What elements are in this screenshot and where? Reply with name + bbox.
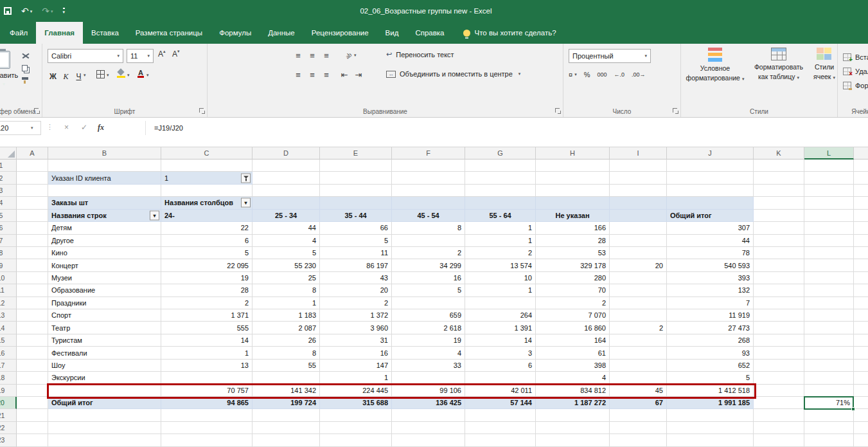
cell-J5[interactable]: Общий итог (667, 210, 754, 222)
cell-L1[interactable] (804, 160, 854, 172)
row-header-1[interactable]: 1 (0, 160, 17, 172)
cell-A23[interactable] (17, 434, 48, 446)
cell-H20[interactable]: 1 187 272 (536, 397, 610, 409)
name-box[interactable]: L20 (0, 121, 41, 135)
cell-styles-button[interactable]: Стили ячеек▾ (810, 48, 839, 83)
cell-F16[interactable]: 4 (392, 347, 465, 359)
cell-A9[interactable] (17, 259, 48, 271)
pivot-field-dropdown-button[interactable]: ▾ (241, 198, 251, 208)
cell-L19[interactable] (804, 385, 854, 397)
number-format-combo[interactable]: Процентный ▾ (569, 49, 651, 63)
cell-C18[interactable] (161, 372, 252, 384)
cell-K3[interactable] (754, 185, 804, 197)
cell-L8[interactable] (804, 247, 854, 259)
cell-D5[interactable]: 25 - 34 (252, 210, 320, 222)
cell-E23[interactable] (320, 434, 392, 446)
cell-H8[interactable]: 53 (536, 247, 610, 259)
chevron-down-icon[interactable]: ▾ (84, 73, 86, 78)
row-header-4[interactable]: 4 (0, 197, 17, 209)
cell-A8[interactable] (17, 247, 48, 259)
conditional-formatting-button[interactable]: Условное форматирование▾ (682, 48, 748, 83)
cell-E5[interactable]: 35 - 44 (320, 210, 392, 222)
decrease-font-size-icon[interactable]: А▾ (172, 50, 180, 59)
cell-C23[interactable] (161, 434, 252, 446)
cell-D13[interactable]: 1 183 (252, 309, 320, 322)
row-header-7[interactable]: 7 (0, 235, 17, 247)
cell-I17[interactable] (610, 360, 667, 372)
cell-J17[interactable]: 652 (667, 360, 754, 372)
cell-M4[interactable] (854, 197, 868, 209)
column-header-M[interactable]: M (854, 147, 868, 160)
cell-D12[interactable]: 1 (252, 297, 320, 309)
cell-L14[interactable] (804, 322, 854, 334)
cell-B12[interactable]: Праздники (48, 297, 161, 309)
row-header-6[interactable]: 6 (0, 222, 17, 234)
cell-J16[interactable]: 93 (667, 347, 754, 359)
cell-B3[interactable] (48, 185, 161, 197)
cell-K9[interactable] (754, 259, 804, 271)
cell-J14[interactable]: 27 473 (667, 322, 754, 334)
number-dialog-launcher-icon[interactable] (673, 108, 678, 114)
pivot-filter-funnel-button[interactable] (241, 173, 251, 183)
cell-M22[interactable] (854, 422, 868, 434)
cell-I9[interactable]: 20 (610, 259, 667, 271)
cell-C21[interactable] (161, 409, 252, 421)
cell-B10[interactable]: Музеи (48, 272, 161, 284)
align-middle-icon[interactable]: ≡ (306, 50, 318, 61)
cell-C20[interactable]: 94 865 (161, 397, 252, 409)
cell-A10[interactable] (17, 272, 48, 284)
row-header-21[interactable]: 21 (0, 409, 17, 421)
row-header-11[interactable]: 11 (0, 284, 17, 296)
percent-style-icon[interactable]: % (584, 71, 590, 78)
cell-H18[interactable]: 4 (536, 372, 610, 384)
cell-L23[interactable] (804, 434, 854, 446)
cell-C19[interactable]: 70 757 (161, 385, 252, 397)
cell-E6[interactable]: 66 (320, 222, 392, 234)
column-header-D[interactable]: D (252, 147, 320, 160)
cell-I11[interactable] (610, 284, 667, 296)
cell-C13[interactable]: 1 371 (161, 309, 252, 322)
align-right-icon[interactable]: ≡ (321, 69, 332, 80)
cell-M10[interactable] (854, 272, 868, 284)
cell-M5[interactable] (854, 210, 868, 222)
cell-G2[interactable] (465, 172, 536, 184)
tab-data[interactable]: Данные (260, 22, 303, 44)
cell-B1[interactable] (48, 160, 161, 172)
cell-E1[interactable] (320, 160, 392, 172)
cell-B2[interactable]: Указан ID клиента (48, 172, 161, 184)
row-header-16[interactable]: 16 (0, 347, 17, 359)
cell-D19[interactable]: 141 342 (252, 385, 320, 397)
tab-review[interactable]: Рецензирование (303, 22, 377, 44)
cell-G5[interactable]: 55 - 64 (465, 210, 536, 222)
cell-G9[interactable]: 13 574 (465, 259, 536, 271)
cell-E22[interactable] (320, 422, 392, 434)
cell-E17[interactable]: 147 (320, 360, 392, 372)
row-header-8[interactable]: 8 (0, 247, 17, 259)
cell-C22[interactable] (161, 422, 252, 434)
cell-B15[interactable]: Туристам (48, 334, 161, 347)
cell-I13[interactable] (610, 309, 667, 322)
cell-A21[interactable] (17, 409, 48, 421)
cell-G15[interactable]: 14 (465, 334, 536, 347)
cell-B14[interactable]: Театр (48, 322, 161, 334)
cell-L21[interactable] (804, 409, 854, 421)
clipboard-dialog-launcher-icon[interactable] (34, 108, 40, 114)
insert-cells-button[interactable]: Вставить ▾ (843, 51, 868, 63)
cell-G8[interactable]: 2 (465, 247, 536, 259)
cancel-icon[interactable]: × (64, 123, 69, 132)
cell-K6[interactable] (754, 222, 804, 234)
borders-icon[interactable] (96, 70, 105, 78)
row-header-10[interactable]: 10 (0, 272, 17, 284)
cell-F15[interactable]: 19 (392, 334, 465, 347)
cell-K12[interactable] (754, 297, 804, 309)
cell-F12[interactable] (392, 297, 465, 309)
cell-L20[interactable]: 71% (804, 397, 854, 409)
cell-J3[interactable] (667, 185, 754, 197)
cell-E12[interactable]: 2 (320, 297, 392, 309)
cell-B4[interactable]: Заказы шт (48, 197, 161, 209)
cell-J10[interactable]: 393 (667, 272, 754, 284)
cell-K14[interactable] (754, 322, 804, 334)
cell-C1[interactable] (161, 160, 252, 172)
insert-function-icon[interactable]: fx (98, 123, 104, 132)
cell-D10[interactable]: 25 (252, 272, 320, 284)
